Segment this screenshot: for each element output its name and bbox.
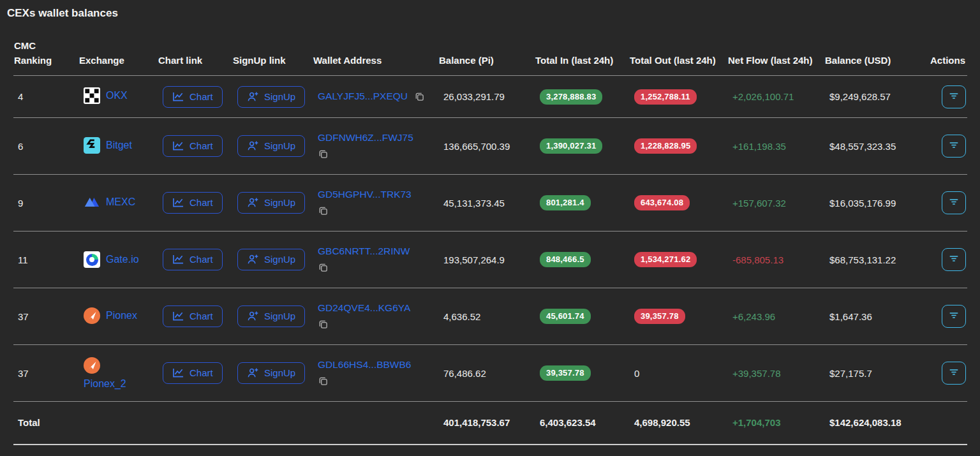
actions-button[interactable] bbox=[942, 305, 966, 328]
balance-usd: $27,175.7 bbox=[824, 345, 930, 402]
col-total-out: Total Out (last 24h) bbox=[629, 20, 727, 76]
exchange-name: OKX bbox=[106, 90, 128, 101]
total-row: Total 401,418,753.67 6,403,623.54 4,698,… bbox=[13, 402, 967, 445]
total-out-value: 0 bbox=[634, 368, 639, 379]
exchange-link-pionex[interactable]: Pionex bbox=[84, 307, 137, 324]
balance-pi: 45,131,373.45 bbox=[438, 175, 535, 232]
actions-button[interactable] bbox=[942, 362, 966, 385]
wallet-address-link[interactable]: GDFNWH6Z...FWJ75 bbox=[318, 132, 413, 143]
col-total-in: Total In (last 24h) bbox=[535, 20, 629, 76]
person-add-icon bbox=[247, 254, 259, 265]
table-row: 37 Pionex Chart SignUp bbox=[13, 288, 967, 345]
signup-button[interactable]: SignUp bbox=[237, 249, 305, 270]
total-out-badge: 1,252,788.11 bbox=[634, 89, 697, 105]
line-chart-icon bbox=[172, 254, 184, 265]
actions-button[interactable] bbox=[942, 191, 966, 214]
wallet-address-link[interactable]: GBC6NRTT...2RINW bbox=[318, 246, 410, 256]
total-out-sum: 4,698,920.55 bbox=[629, 402, 727, 445]
filter-lines-icon bbox=[949, 198, 959, 208]
filter-lines-icon bbox=[949, 141, 959, 151]
wallet-address-link[interactable]: GD24QVE4...KG6YA bbox=[318, 302, 410, 313]
balance-usd: $48,557,323.35 bbox=[824, 118, 930, 175]
exchange-link-bitget[interactable]: Bitget bbox=[84, 137, 132, 154]
total-in-badge: 1,390,027.31 bbox=[540, 138, 602, 154]
exchange-link-pionex-2[interactable]: Pionex_2 bbox=[84, 357, 126, 390]
col-wallet-address: Wallet Address bbox=[313, 20, 438, 76]
chart-button[interactable]: Chart bbox=[163, 135, 223, 157]
exchange-name: Bitget bbox=[106, 140, 132, 151]
total-out-badge: 643,674.08 bbox=[634, 195, 690, 210]
copy-icon[interactable] bbox=[318, 206, 328, 217]
cmc-ranking: 11 bbox=[13, 232, 78, 288]
line-chart-icon bbox=[172, 140, 184, 151]
page-title: CEXs wallet balances bbox=[7, 6, 980, 20]
pionex-icon bbox=[84, 357, 100, 374]
bitget-icon bbox=[84, 137, 100, 154]
cmc-ranking: 4 bbox=[13, 76, 78, 118]
total-label: Total bbox=[13, 402, 78, 445]
filter-lines-icon bbox=[949, 254, 959, 265]
signup-button[interactable]: SignUp bbox=[237, 135, 305, 157]
signup-button[interactable]: SignUp bbox=[237, 362, 305, 384]
wallet-address-link[interactable]: GD5HGPHV...TRK73 bbox=[318, 189, 412, 200]
net-flow: +2,026,100.71 bbox=[732, 91, 794, 102]
copy-icon[interactable] bbox=[318, 320, 328, 331]
person-add-icon bbox=[247, 140, 259, 151]
actions-button[interactable] bbox=[942, 135, 966, 158]
col-balance-pi: Balance (Pi) bbox=[438, 20, 535, 76]
balance-usd: $9,249,628.57 bbox=[824, 76, 930, 118]
balance-pi: 4,636.52 bbox=[438, 288, 535, 345]
col-net-flow: Net Flow (last 24h) bbox=[727, 20, 824, 76]
col-actions: Actions bbox=[930, 20, 967, 76]
total-in-badge: 39,357.78 bbox=[540, 365, 591, 381]
copy-icon[interactable] bbox=[415, 92, 424, 103]
balance-usd: $68,753,131.22 bbox=[824, 232, 930, 288]
person-add-icon bbox=[247, 311, 259, 321]
copy-icon[interactable] bbox=[318, 376, 328, 388]
chart-button[interactable]: Chart bbox=[163, 362, 223, 384]
chart-button[interactable]: Chart bbox=[163, 86, 223, 108]
signup-button[interactable]: SignUp bbox=[237, 305, 305, 327]
net-flow: +161,198.35 bbox=[732, 141, 786, 152]
total-balance-pi: 401,418,753.67 bbox=[438, 402, 535, 445]
wallet-address-link[interactable]: GALYJFJ5...PXEQU bbox=[318, 91, 408, 101]
signup-button[interactable]: SignUp bbox=[237, 86, 305, 108]
copy-icon[interactable] bbox=[318, 263, 328, 274]
balance-pi: 136,665,700.39 bbox=[438, 118, 535, 175]
copy-icon[interactable] bbox=[318, 149, 328, 161]
exchange-link-mexc[interactable]: MEXC bbox=[84, 194, 135, 210]
filter-lines-icon bbox=[949, 92, 959, 102]
chart-button[interactable]: Chart bbox=[163, 249, 223, 270]
balance-pi: 26,033,291.79 bbox=[438, 76, 535, 118]
total-out-badge: 39,357.78 bbox=[634, 309, 685, 324]
table-row: 9 MEXC Chart SignUp bbox=[13, 175, 967, 232]
mexc-icon bbox=[84, 194, 100, 210]
total-in-badge: 3,278,888.83 bbox=[540, 89, 602, 105]
exchange-link-gateio[interactable]: Gate.io bbox=[84, 251, 139, 268]
person-add-icon bbox=[247, 367, 259, 378]
total-in-badge: 848,466.5 bbox=[540, 252, 591, 267]
net-flow: +157,607.32 bbox=[732, 198, 786, 209]
chart-button[interactable]: Chart bbox=[163, 192, 223, 214]
okx-icon bbox=[84, 87, 100, 104]
exchange-name: Pionex_2 bbox=[84, 378, 126, 390]
col-signup-link: SignUp link bbox=[232, 20, 313, 76]
filter-lines-icon bbox=[949, 368, 959, 378]
total-out-badge: 1,228,828.95 bbox=[634, 138, 697, 154]
wallet-address-link[interactable]: GDL66HS4...BBWB6 bbox=[318, 359, 411, 370]
line-chart-icon bbox=[172, 197, 184, 208]
actions-button[interactable] bbox=[942, 248, 966, 271]
line-chart-icon bbox=[172, 367, 184, 378]
table-row: 4 OKX Chart SignUp bbox=[13, 76, 967, 118]
col-chart-link: Chart link bbox=[158, 20, 232, 76]
pionex-icon bbox=[84, 307, 100, 324]
balance-usd: $16,035,176.99 bbox=[824, 175, 930, 232]
actions-button[interactable] bbox=[942, 85, 966, 108]
exchange-link-okx[interactable]: OKX bbox=[84, 87, 128, 104]
col-balance-usd: Balance (USD) bbox=[824, 20, 930, 76]
signup-button[interactable]: SignUp bbox=[237, 192, 305, 214]
person-add-icon bbox=[247, 197, 259, 208]
chart-button[interactable]: Chart bbox=[163, 305, 223, 327]
net-flow: +6,243.96 bbox=[732, 311, 775, 322]
net-flow: +39,357.78 bbox=[732, 368, 781, 379]
